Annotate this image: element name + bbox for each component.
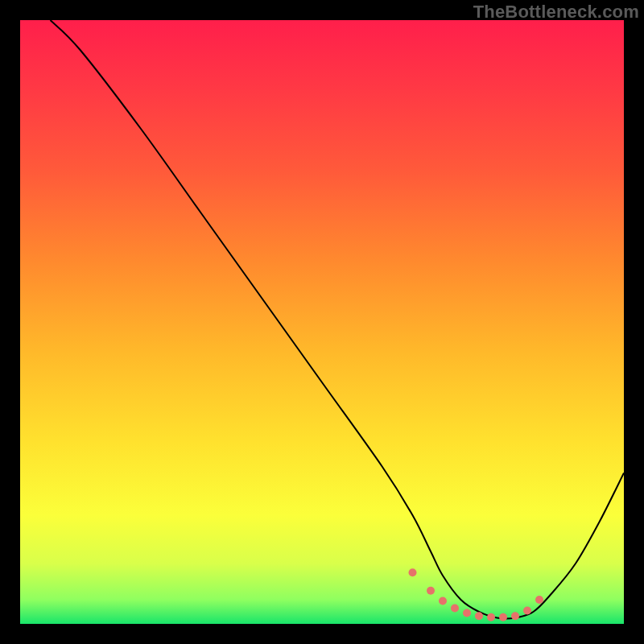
optimal-dot: [487, 613, 495, 621]
optimal-dot: [451, 605, 459, 613]
optimal-dot: [409, 568, 417, 576]
optimal-dot: [499, 613, 507, 621]
optimal-dot: [439, 597, 447, 605]
chart-frame: TheBottleneck.com: [0, 0, 644, 644]
chart-svg: [20, 20, 624, 624]
optimal-dot: [511, 612, 519, 620]
optimal-dot: [427, 587, 435, 595]
optimal-dot: [463, 609, 471, 617]
gradient-rect: [20, 20, 624, 624]
optimal-dot: [535, 596, 543, 604]
optimal-dot: [475, 612, 483, 620]
optimal-dot: [523, 607, 531, 615]
plot-area: [20, 20, 624, 624]
